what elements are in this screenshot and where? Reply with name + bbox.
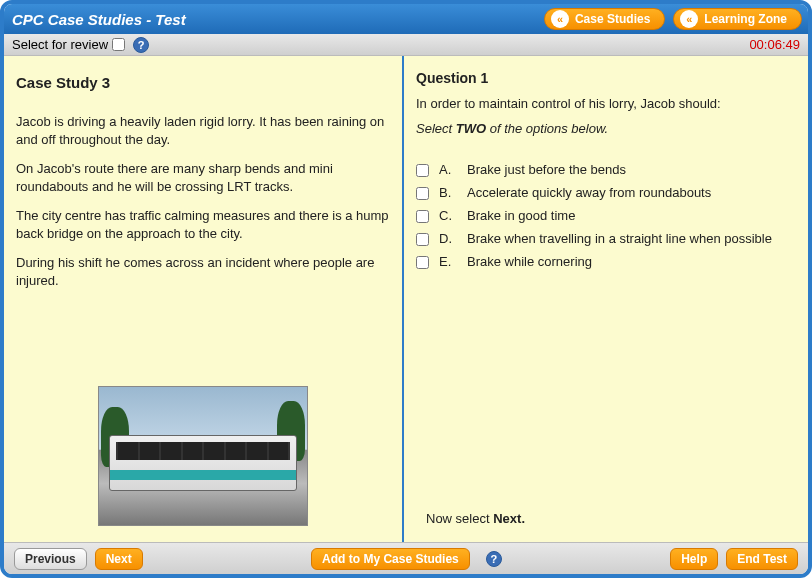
- question-instruction: Select TWO of the options below.: [416, 121, 796, 136]
- question-panel: Question 1 In order to maintain control …: [404, 56, 808, 542]
- option-letter: E.: [439, 254, 457, 269]
- chevron-left-icon: «: [551, 10, 569, 28]
- hint-text: Now select: [426, 511, 493, 526]
- case-paragraph: On Jacob's route there are many sharp be…: [16, 160, 390, 195]
- option-text: Brake just before the bends: [467, 162, 796, 177]
- review-label: Select for review: [12, 37, 108, 52]
- timer: 00:06:49: [749, 37, 800, 52]
- header-bar: CPC Case Studies - Test « Case Studies «…: [4, 4, 808, 34]
- case-paragraph: The city centre has traffic calming meas…: [16, 207, 390, 242]
- tram-windows: [116, 442, 290, 460]
- nav-label: Learning Zone: [704, 12, 787, 26]
- hint-bold: Next.: [493, 511, 525, 526]
- option-row[interactable]: D. Brake when travelling in a straight l…: [416, 227, 796, 250]
- help-button[interactable]: Help: [670, 548, 718, 570]
- nav-learning-zone[interactable]: « Learning Zone: [673, 8, 802, 30]
- option-row[interactable]: A. Brake just before the bends: [416, 158, 796, 181]
- footer-center: Add to My Case Studies ?: [151, 548, 662, 570]
- case-heading: Case Study 3: [16, 74, 390, 91]
- nav-case-studies[interactable]: « Case Studies: [544, 8, 665, 30]
- instruction-text: of the options below.: [486, 121, 608, 136]
- option-letter: A.: [439, 162, 457, 177]
- option-checkbox[interactable]: [416, 233, 429, 246]
- option-checkbox[interactable]: [416, 256, 429, 269]
- previous-button[interactable]: Previous: [14, 548, 87, 570]
- option-text: Brake in good time: [467, 208, 796, 223]
- option-checkbox[interactable]: [416, 164, 429, 177]
- tram-body: [109, 435, 297, 491]
- footer-bar: Previous Next Add to My Case Studies ? H…: [4, 542, 808, 574]
- next-button[interactable]: Next: [95, 548, 143, 570]
- case-paragraph: During his shift he comes across an inci…: [16, 254, 390, 289]
- review-toggle[interactable]: Select for review: [12, 37, 125, 52]
- tram-stripe: [110, 470, 296, 480]
- case-image-tram: [98, 386, 308, 526]
- option-text: Brake while cornering: [467, 254, 796, 269]
- chevron-left-icon: «: [680, 10, 698, 28]
- add-to-case-studies-button[interactable]: Add to My Case Studies: [311, 548, 470, 570]
- page-title: CPC Case Studies - Test: [12, 11, 536, 28]
- help-icon[interactable]: ?: [133, 37, 149, 53]
- review-checkbox[interactable]: [112, 38, 125, 51]
- content-area: Case Study 3 Jacob is driving a heavily …: [4, 56, 808, 542]
- option-row[interactable]: E. Brake while cornering: [416, 250, 796, 273]
- end-test-button[interactable]: End Test: [726, 548, 798, 570]
- now-select-hint: Now select Next.: [416, 501, 796, 532]
- option-checkbox[interactable]: [416, 187, 429, 200]
- question-prompt: In order to maintain control of his lorr…: [416, 96, 796, 111]
- option-letter: C.: [439, 208, 457, 223]
- nav-label: Case Studies: [575, 12, 650, 26]
- sub-toolbar: Select for review ? 00:06:49: [4, 34, 808, 56]
- option-row[interactable]: B. Accelerate quickly away from roundabo…: [416, 181, 796, 204]
- instruction-bold: TWO: [456, 121, 486, 136]
- question-heading: Question 1: [416, 70, 796, 86]
- option-letter: B.: [439, 185, 457, 200]
- option-letter: D.: [439, 231, 457, 246]
- option-text: Brake when travelling in a straight line…: [467, 231, 796, 246]
- option-row[interactable]: C. Brake in good time: [416, 204, 796, 227]
- instruction-text: Select: [416, 121, 456, 136]
- case-image-wrap: [16, 386, 390, 532]
- option-checkbox[interactable]: [416, 210, 429, 223]
- case-paragraph: Jacob is driving a heavily laden rigid l…: [16, 113, 390, 148]
- app-frame: CPC Case Studies - Test « Case Studies «…: [0, 0, 812, 578]
- option-text: Accelerate quickly away from roundabouts: [467, 185, 796, 200]
- help-icon[interactable]: ?: [486, 551, 502, 567]
- case-panel: Case Study 3 Jacob is driving a heavily …: [4, 56, 404, 542]
